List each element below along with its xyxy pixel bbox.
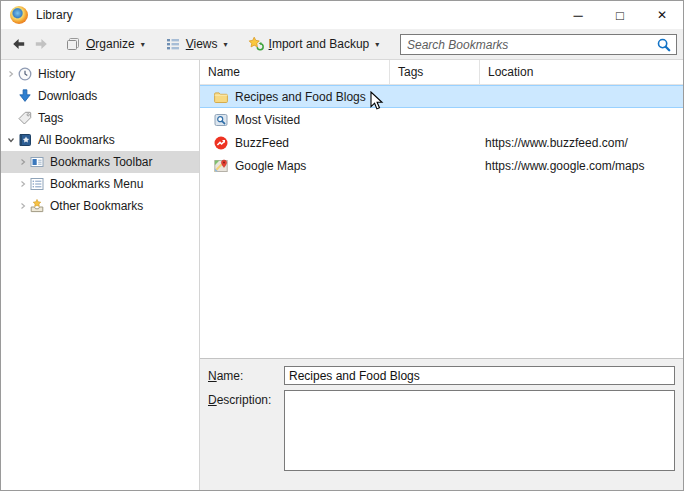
description-label: Description: [208, 390, 284, 474]
chevron-down-icon: ▾ [224, 40, 228, 49]
main-pane: Name Tags Location Recipes and Food Blog… [200, 60, 683, 490]
organize-icon [65, 36, 81, 52]
caption-buttons: ─ □ ✕ [557, 1, 683, 29]
organize-label: Organize [86, 37, 135, 51]
list-header: Name Tags Location [200, 60, 683, 85]
description-field[interactable] [284, 390, 675, 471]
bookmarks-toolbar-icon [29, 154, 45, 170]
back-icon [11, 36, 27, 52]
import-backup-label: Import and Backup [269, 37, 370, 51]
forward-button[interactable] [33, 36, 49, 52]
chevron-down-icon: ▾ [141, 40, 145, 49]
sidebar-item-tags[interactable]: Tags [1, 107, 199, 129]
bookmark-name: Google Maps [235, 159, 306, 173]
sidebar-item-label: Bookmarks Toolbar [50, 155, 153, 169]
buzzfeed-favicon [213, 135, 229, 151]
sidebar-item-label: Downloads [38, 89, 97, 103]
list-item-recipes-folder[interactable]: Recipes and Food Blogs [200, 85, 683, 108]
sidebar-item-label: Other Bookmarks [50, 199, 143, 213]
folder-icon [213, 89, 229, 105]
close-button[interactable]: ✕ [641, 1, 683, 29]
forward-icon [33, 36, 49, 52]
maximize-button[interactable]: □ [599, 1, 641, 29]
bookmarks-list: Recipes and Food Blogs Most Visited Buzz… [200, 85, 683, 358]
back-button[interactable] [11, 36, 27, 52]
views-icon [165, 36, 181, 52]
other-bookmarks-icon [29, 198, 45, 214]
sidebar-item-all-bookmarks[interactable]: All Bookmarks [1, 129, 199, 151]
column-header-tags[interactable]: Tags [390, 60, 480, 84]
google-maps-favicon [213, 158, 229, 174]
list-item-buzzfeed[interactable]: BuzzFeed https://www.buzzfeed.com/ [200, 131, 683, 154]
import-backup-icon [248, 36, 264, 52]
organize-button[interactable]: Organize ▾ [61, 34, 149, 54]
column-header-name[interactable]: Name [200, 60, 390, 84]
sidebar-item-label: Bookmarks Menu [50, 177, 143, 191]
firefox-icon [10, 6, 28, 24]
bookmark-name: Most Visited [235, 113, 300, 127]
search-input[interactable] [401, 38, 652, 52]
list-item-google-maps[interactable]: Google Maps https://www.google.com/maps [200, 154, 683, 177]
sidebar: History Downloads Tags All Bookmarks Boo… [1, 60, 200, 490]
chevron-down-icon: ▾ [375, 40, 379, 49]
list-item-most-visited[interactable]: Most Visited [200, 108, 683, 131]
name-field[interactable] [284, 366, 675, 385]
titlebar: Library ─ □ ✕ [1, 1, 683, 29]
window-title: Library [36, 8, 73, 22]
tags-icon [17, 110, 33, 126]
history-icon [17, 66, 33, 82]
bookmark-name: Recipes and Food Blogs [235, 90, 366, 104]
sidebar-item-bookmarks-toolbar[interactable]: Bookmarks Toolbar [1, 151, 199, 173]
chevron-right-icon[interactable] [5, 68, 17, 80]
sidebar-item-label: Tags [38, 111, 63, 125]
mouse-cursor [370, 91, 384, 112]
chevron-expanded-icon[interactable] [5, 134, 17, 146]
sidebar-item-downloads[interactable]: Downloads [1, 85, 199, 107]
sidebar-item-label: All Bookmarks [38, 133, 115, 147]
all-bookmarks-icon [17, 132, 33, 148]
views-label: Views [186, 37, 218, 51]
column-header-location[interactable]: Location [480, 60, 683, 84]
downloads-icon [17, 88, 33, 104]
sidebar-item-bookmarks-menu[interactable]: Bookmarks Menu [1, 173, 199, 195]
sidebar-item-other-bookmarks[interactable]: Other Bookmarks [1, 195, 199, 217]
minimize-button[interactable]: ─ [557, 1, 599, 29]
smart-folder-icon [213, 112, 229, 128]
bookmarks-menu-icon [29, 176, 45, 192]
toolbar: Organize ▾ Views ▾ Import and Backup ▾ [1, 29, 683, 60]
details-pane: Name: Description: [200, 358, 683, 490]
name-label: Name: [208, 366, 284, 385]
chevron-right-icon[interactable] [17, 178, 29, 190]
bookmark-location: https://www.google.com/maps [480, 159, 683, 173]
bookmark-name: BuzzFeed [235, 136, 289, 150]
bookmark-location: https://www.buzzfeed.com/ [480, 136, 683, 150]
chevron-right-icon[interactable] [17, 200, 29, 212]
search-box [400, 34, 677, 55]
views-button[interactable]: Views ▾ [161, 34, 232, 54]
sidebar-item-history[interactable]: History [1, 63, 199, 85]
search-icon[interactable] [652, 37, 676, 53]
sidebar-item-label: History [38, 67, 75, 81]
library-window: Library ─ □ ✕ Organize ▾ [0, 0, 684, 491]
import-backup-button[interactable]: Import and Backup ▾ [244, 34, 384, 54]
chevron-right-icon[interactable] [17, 156, 29, 168]
